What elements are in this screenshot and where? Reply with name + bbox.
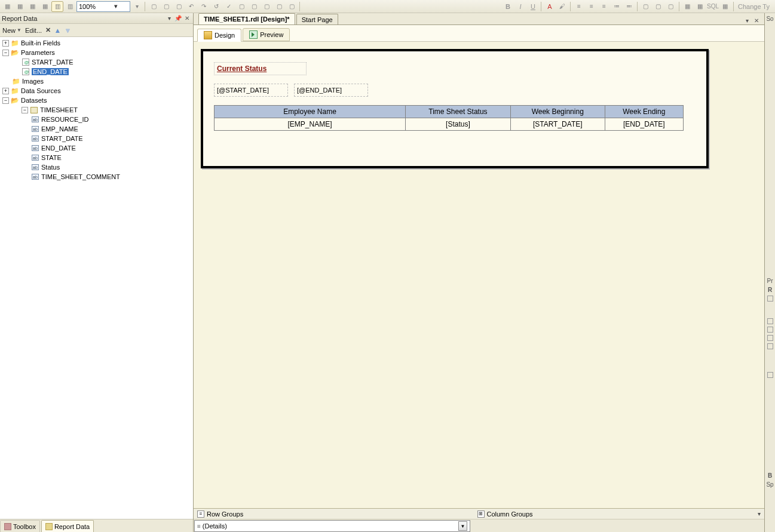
textbox-end-date[interactable]: [@END_DATE] [294,84,368,97]
tablix[interactable]: Employee Name Time Sheet Status Week Beg… [214,105,684,131]
dropdown-icon[interactable]: ▾ [165,14,173,23]
collapsed-item-icon[interactable] [767,296,773,302]
toolbar-btn-generic[interactable]: ▢ [665,1,677,12]
pin-icon[interactable]: 📌 [174,14,182,23]
tablix-header-row[interactable]: Employee Name Time Sheet Status Week Beg… [215,106,684,118]
textbox-title[interactable]: Current Status [214,62,307,75]
expand-icon[interactable] [767,343,773,349]
collapse-icon[interactable]: − [2,97,9,104]
tab-report-data[interactable]: Report Data [41,520,94,532]
toolbar-btn-generic[interactable]: ▢ [286,1,298,12]
tree-node-param-end[interactable]: END_DATE [0,67,193,76]
italic-button[interactable]: I [514,1,526,12]
design-surface[interactable]: Current Status [@START_DATE] [@END_DATE]… [194,42,764,508]
list-button[interactable]: ≔ [611,1,623,12]
tablix-data-row[interactable]: [EMP_NAME] [Status] [START_DATE] [END_DA… [215,118,684,131]
tree-node-images[interactable]: 📁 Images [0,76,193,86]
toolbar-btn-generic[interactable]: ▢ [148,1,160,12]
tree-node-param-start[interactable]: START_DATE [0,57,193,67]
doc-tab-timesheet[interactable]: TIME_SHEET1.rdl [Design]* [198,13,295,24]
report-data-tree[interactable]: + 📁 Built-in Fields − 📂 Parameters START… [0,37,193,519]
tree-node-dataset-timesheet[interactable]: − TIMESHEET [0,105,193,115]
groups-dropdown-icon[interactable]: ▾ [753,509,764,519]
toolbar-btn-generic[interactable]: ▥ [51,1,63,12]
tab-toolbox[interactable]: Toolbox [0,520,40,532]
tree-node-field[interactable]: abStatus [0,162,193,172]
toolbar-btn-generic[interactable]: ▦ [14,1,26,12]
row-group-details[interactable]: ≡ (Details) ▼ [194,520,470,532]
textbox-start-date[interactable]: [@START_DATE] [214,84,288,97]
tab-dropdown-icon[interactable]: ▾ [743,16,751,24]
expand-icon[interactable] [767,318,773,324]
toolbar-btn-generic[interactable]: ▢ [273,1,285,12]
header-status[interactable]: Time Sheet Status [406,106,511,118]
collapsed-panel-label[interactable]: So [766,16,773,22]
close-icon[interactable]: ✕ [183,14,191,23]
fill-color-button[interactable]: 🖌 [556,1,568,12]
tree-node-datasets[interactable]: − 📂 Datasets [0,96,193,105]
toolbar-btn-generic[interactable]: ▥ [64,1,76,12]
collapsed-panel-label[interactable]: B [768,472,772,479]
toolbar-btn-generic[interactable]: ▢ [640,1,652,12]
delete-icon[interactable]: ✕ [45,26,51,34]
tree-node-field[interactable]: abSTART_DATE [0,134,193,143]
toolbar-btn-generic[interactable]: ↺ [210,1,222,12]
report-body[interactable]: Current Status [@START_DATE] [@END_DATE]… [201,49,709,168]
cell-week-ending[interactable]: [END_DATE] [605,118,683,131]
underline-button[interactable]: U [527,1,539,12]
header-week-beginning[interactable]: Week Beginning [510,106,605,118]
toolbar-btn-generic[interactable]: ▢ [160,1,172,12]
toolbar-btn-generic[interactable]: ▦ [694,1,706,12]
expand-icon[interactable] [767,335,773,341]
header-emp-name[interactable]: Employee Name [215,106,406,118]
toolbar-btn-generic[interactable]: ▦ [26,1,38,12]
zoom-dropdown[interactable]: 100% ▾ [76,1,130,12]
move-down-icon[interactable]: ▼ [65,27,71,34]
toolbar-dd[interactable]: ▾ [131,1,143,12]
sql-button[interactable]: SQL [707,1,719,12]
redo-button[interactable]: ↷ [198,1,210,12]
font-color-button[interactable]: A [544,1,556,12]
tree-node-field[interactable]: abTIME_SHEET_COMMENT [0,172,193,182]
header-week-ending[interactable]: Week Ending [605,106,683,118]
tree-node-builtin[interactable]: + 📁 Built-in Fields [0,38,193,48]
new-dropdown[interactable]: New▼ [2,27,22,34]
change-type-label[interactable]: Change Ty [736,3,771,10]
align-right-button[interactable]: ≡ [598,1,610,12]
bold-button[interactable]: B [502,1,514,12]
align-center-button[interactable]: ≡ [586,1,598,12]
cell-week-beginning[interactable]: [START_DATE] [510,118,605,131]
tree-node-field[interactable]: abSTATE [0,153,193,162]
toolbar-btn-generic[interactable]: ▦ [39,1,51,12]
mode-tab-design[interactable]: Design [197,29,241,42]
tree-node-parameters[interactable]: − 📂 Parameters [0,48,193,57]
collapse-icon[interactable]: − [2,50,9,56]
mode-tab-preview[interactable]: Preview [243,28,290,41]
toolbar-btn-generic[interactable]: ▢ [248,1,260,12]
collapsed-panel-label[interactable]: Sp [766,481,773,488]
doc-tab-start-page[interactable]: Start Page [296,14,338,24]
toolbar-btn-generic[interactable]: ▢ [653,1,664,12]
cell-status[interactable]: [Status] [406,118,511,131]
edit-button[interactable]: Edit... [25,27,42,34]
move-up-icon[interactable]: ▲ [54,27,61,34]
expand-icon[interactable]: + [2,40,9,47]
expand-icon[interactable] [767,327,773,333]
toolbar-btn-generic[interactable]: ▦ [719,1,731,12]
expand-icon[interactable] [767,372,773,378]
cell-emp-name[interactable]: [EMP_NAME] [215,118,406,131]
toolbar-btn-generic[interactable]: ▢ [173,1,185,12]
tree-node-field[interactable]: abRESOURCE_ID [0,115,193,124]
tree-node-field[interactable]: abEMP_NAME [0,124,193,134]
toolbar-btn-generic[interactable]: ▦ [1,1,13,12]
undo-button[interactable]: ↶ [185,1,197,12]
toolbar-btn-generic[interactable]: ▦ [682,1,694,12]
chevron-down-icon[interactable]: ▼ [458,521,467,531]
toolbar-btn-generic[interactable]: ▢ [235,1,247,12]
list-button[interactable]: ≕ [623,1,635,12]
toolbar-btn-generic[interactable]: ✓ [223,1,235,12]
tree-node-field[interactable]: abEND_DATE [0,143,193,153]
expand-icon[interactable]: + [2,88,9,94]
collapsed-panel-label[interactable]: R [768,287,772,293]
toolbar-btn-generic[interactable]: ▢ [261,1,272,12]
